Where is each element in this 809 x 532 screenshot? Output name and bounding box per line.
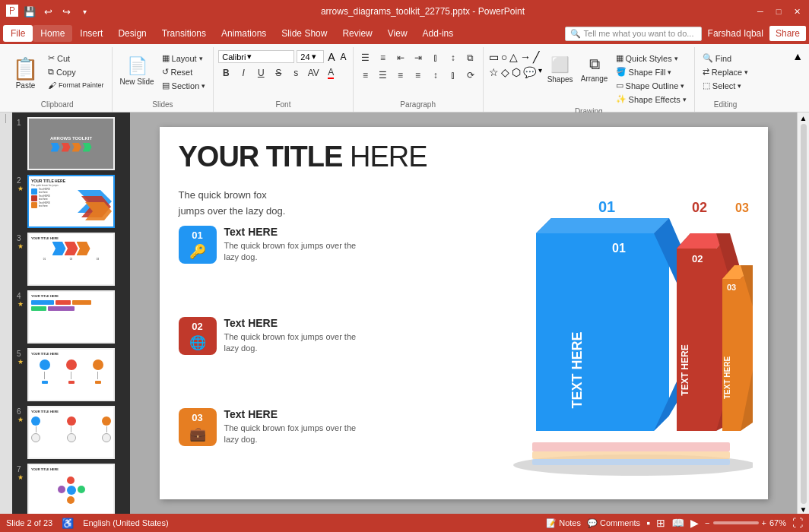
zoom-slider[interactable] [713, 521, 759, 524]
tell-me-box[interactable]: 🔍 Tell me what you want to do... [565, 27, 702, 41]
slide-thumb-3[interactable]: 3 ★ YOUR TITLE HERE 01 02 03 [15, 231, 127, 287]
slide-thumb-7[interactable]: 7 ★ YOUR TITLE HERE [15, 462, 127, 514]
slide-canvas[interactable]: YOUR TITLE HERE The quick brown fox jump… [160, 127, 768, 499]
increase-indent-button[interactable]: ⇥ [411, 50, 426, 65]
reading-view-button[interactable]: 📖 [671, 517, 684, 529]
menu-item-review[interactable]: Review [335, 25, 379, 42]
shape-circle[interactable]: ○ [500, 50, 508, 64]
qat-save[interactable]: 💾 [23, 5, 36, 18]
qat-undo[interactable]: ↩ [41, 5, 55, 18]
accessibility-icon[interactable]: ♿ [62, 518, 74, 529]
left-scrollbar[interactable]: │ [0, 112, 12, 514]
italic-button[interactable]: I [236, 65, 251, 81]
maximize-button[interactable]: □ [773, 5, 785, 17]
info-item-2[interactable]: 02 🌐 Text HERE The quick brown fox jumps… [179, 317, 357, 355]
smartart-button[interactable]: ⧉ [463, 50, 478, 65]
slide-thumb-6[interactable]: 6 ★ YOUR TITLE HERE [15, 404, 127, 461]
shape-outline-button[interactable]: ▭ Shape Outline ▾ [613, 79, 690, 92]
numbering-button[interactable]: ≡ [376, 50, 391, 65]
justify-button[interactable]: ≡ [411, 68, 426, 83]
shape-line[interactable]: ╱ [532, 50, 540, 64]
shape-rect[interactable]: ▭ [488, 50, 500, 64]
bullets-button[interactable]: ☰ [358, 50, 373, 65]
notes-button[interactable]: 📝 Notes [546, 518, 581, 528]
slide-thumbnail-2[interactable]: YOUR TITLE HERE The quick brown fox jump… [27, 175, 115, 228]
slide-sorter-button[interactable]: ⊞ [656, 517, 665, 529]
font-color-button[interactable]: A [323, 65, 338, 81]
shape-star[interactable]: ☆ [488, 65, 500, 79]
scroll-down-icon[interactable]: ▼ [800, 505, 807, 514]
font-dec-button[interactable]: A [339, 52, 348, 62]
section-button[interactable]: ▤ Section ▾ [159, 79, 209, 92]
font-size-dropdown[interactable]: 24 ▾ [297, 50, 324, 63]
spacing-button[interactable]: AV [306, 65, 321, 81]
slide-thumbnail-6[interactable]: YOUR TITLE HERE [27, 406, 115, 459]
menu-item-design[interactable]: Design [110, 25, 154, 42]
shadow-button[interactable]: s [288, 65, 303, 81]
format-painter-button[interactable]: 🖌 Format Painter [45, 79, 107, 91]
slide-thumb-4[interactable]: 4 ★ YOUR TITLE HERE [15, 289, 127, 345]
zoom-out-button[interactable]: − [705, 518, 709, 527]
comments-button[interactable]: 💬 Comments [587, 518, 640, 528]
replace-button[interactable]: ⇄ Replace ▾ [700, 65, 751, 78]
shape-effects-button[interactable]: ✨ Shape Effects ▾ [613, 93, 690, 106]
columns-button[interactable]: ⫿ [446, 68, 461, 83]
slide-thumbnail-3[interactable]: YOUR TITLE HERE 01 02 03 [27, 233, 115, 286]
slide-thumbnail-1[interactable]: ARROWS TOOLKIT [27, 117, 115, 170]
find-button[interactable]: 🔍 Find [700, 52, 751, 65]
shape-diamond[interactable]: ◇ [500, 65, 510, 79]
zoom-in-button[interactable]: + [762, 518, 766, 527]
shapes-more[interactable]: ▾ [538, 65, 543, 79]
qat-redo[interactable]: ↪ [59, 5, 73, 18]
menu-item-file[interactable]: File [3, 25, 33, 42]
slide-thumbnail-5[interactable]: YOUR TITLE HERE [27, 348, 115, 401]
arrange-button[interactable]: ⧉ Arrange [578, 50, 611, 88]
menu-item-view[interactable]: View [380, 25, 415, 42]
menu-item-slideshow[interactable]: Slide Show [274, 25, 335, 42]
slide-thumbnail-4[interactable]: YOUR TITLE HERE [27, 290, 115, 344]
cut-button[interactable]: ✂ Cut [45, 52, 107, 65]
shape-hex[interactable]: ⬡ [511, 65, 522, 79]
underline-button[interactable]: U [253, 65, 268, 81]
shape-callout[interactable]: 💬 [522, 65, 537, 79]
align-right-button[interactable]: ≡ [393, 68, 408, 83]
layout-button[interactable]: ▦ Layout ▾ [159, 52, 209, 65]
close-button[interactable]: ✕ [791, 5, 803, 17]
slide-thumb-2[interactable]: 2 ★ YOUR TITLE HERE The quick brown fox … [15, 173, 127, 230]
font-inc-button[interactable]: A [326, 51, 336, 63]
align-left-button[interactable]: ≡ [358, 68, 373, 83]
slide-subtitle[interactable]: The quick brown fox jumps over the lazy … [179, 188, 286, 220]
qat-more[interactable]: ▾ [78, 5, 91, 18]
ribbon-collapse[interactable]: ▲ [792, 47, 806, 112]
menu-item-animations[interactable]: Animations [214, 25, 274, 42]
shape-arrow[interactable]: → [519, 50, 531, 64]
paste-button[interactable]: 📋 Paste [8, 50, 43, 96]
slide-thumb-5[interactable]: 5 ★ YOUR TITLE HERE [15, 347, 127, 403]
reset-button[interactable]: ↺ Reset [159, 65, 209, 78]
copy-button[interactable]: ⧉ Copy [45, 65, 107, 78]
normal-view-button[interactable]: ▪ [646, 517, 650, 529]
slide-title[interactable]: YOUR TITLE HERE [179, 141, 427, 173]
bold-button[interactable]: B [218, 65, 233, 81]
shape-triangle[interactable]: △ [509, 50, 519, 64]
cols-button[interactable]: ⫿ [428, 50, 443, 65]
convert-button[interactable]: ⟳ [463, 68, 478, 83]
scroll-up-icon[interactable]: ▲ [800, 114, 807, 122]
font-family-dropdown[interactable]: Calibri ▾ [218, 50, 294, 63]
line-spacing-button[interactable]: ↕ [428, 68, 443, 83]
slide-thumb-1[interactable]: 1 ARROWS TOOLKIT [15, 116, 127, 172]
strikethrough-button[interactable]: S [271, 65, 286, 81]
shapes-button[interactable]: ⬜ Shapes [544, 50, 576, 88]
info-item-1[interactable]: 01 🔑 Text HERE The quick brown fox jumps… [179, 226, 357, 264]
select-button[interactable]: ⬚ Select ▾ [700, 79, 751, 92]
quick-styles-button[interactable]: ▦ Quick Styles ▾ [613, 52, 690, 65]
menu-item-transitions[interactable]: Transitions [154, 25, 214, 42]
new-slide-button[interactable]: 📄 New Slide [117, 50, 157, 91]
decrease-indent-button[interactable]: ⇤ [393, 50, 408, 65]
menu-item-insert[interactable]: Insert [72, 25, 110, 42]
slideshow-button[interactable]: ▶ [690, 517, 699, 529]
direction-button[interactable]: ↕ [446, 50, 461, 65]
fit-window-button[interactable]: ⛶ [792, 517, 803, 529]
shape-fill-button[interactable]: 🪣 Shape Fill ▾ [613, 65, 690, 78]
slide-thumbnail-7[interactable]: YOUR TITLE HERE [27, 464, 115, 514]
